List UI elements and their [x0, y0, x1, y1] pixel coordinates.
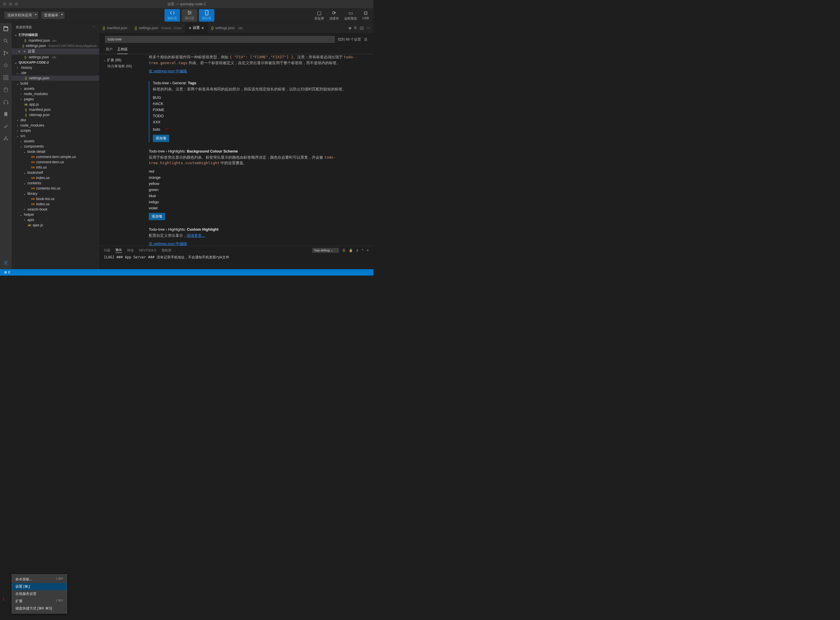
- tree-icon[interactable]: [2, 135, 9, 142]
- file-item[interactable]: JSajax.js: [12, 223, 99, 228]
- compile-mode-dropdown[interactable]: 普通编译: [41, 12, 65, 19]
- edit-in-json-link-2[interactable]: 在 settings.json 中编辑: [149, 241, 187, 246]
- file-item[interactable]: UXcomment-item.ux: [12, 160, 99, 165]
- output-channel-select[interactable]: hap-debug ⌄: [312, 248, 339, 253]
- editor-tab[interactable]: {}settings.json/Users/.../User: [131, 23, 185, 33]
- clear-output-icon[interactable]: ☰: [342, 248, 345, 252]
- maximize-panel-icon[interactable]: ^: [362, 248, 363, 252]
- tab-more-icon[interactable]: ⋯: [367, 26, 370, 30]
- folder-item[interactable]: ⌄book-detail: [12, 149, 99, 154]
- file-item[interactable]: UXindex.ux: [12, 175, 99, 181]
- file-item[interactable]: {}sitemap.json: [12, 112, 99, 117]
- tag-list-item[interactable]: FIXME: [153, 107, 367, 113]
- folder-item[interactable]: ⌄bookshelf: [12, 170, 99, 175]
- folder-item[interactable]: ⌄library: [12, 191, 99, 196]
- toc-todo-tree[interactable]: 待办事项树 (66): [103, 63, 145, 69]
- folder-item[interactable]: ⌄build: [12, 81, 99, 86]
- search-icon[interactable]: [2, 37, 9, 44]
- tag-list-item[interactable]: HACK: [153, 101, 367, 107]
- headset-icon[interactable]: [2, 99, 9, 105]
- file-item[interactable]: UXindex.ux: [12, 202, 99, 207]
- folder-item[interactable]: ›dist: [12, 117, 99, 123]
- tag-list-item[interactable]: XXX: [153, 119, 367, 125]
- folder-item[interactable]: ⌄.ide: [12, 70, 99, 75]
- folder-item[interactable]: ›node_modules: [12, 123, 99, 128]
- sidebar-more-icon[interactable]: ⋯: [92, 25, 95, 29]
- file-item[interactable]: UXcontents-list.ux: [12, 186, 99, 191]
- folder-item[interactable]: ›apis: [12, 217, 99, 223]
- folder-item[interactable]: ›assets: [12, 138, 99, 144]
- color-list-item[interactable]: orange: [149, 175, 367, 181]
- file-item[interactable]: {}settings.json: [12, 75, 99, 81]
- terminal-tab[interactable]: 问题: [104, 248, 110, 253]
- check-icon[interactable]: [2, 123, 9, 130]
- mode-simulator[interactable]: 模拟器: [199, 9, 214, 22]
- tag-list-item[interactable]: BUG: [153, 95, 367, 101]
- extensions-icon[interactable]: [2, 74, 9, 81]
- color-list-item[interactable]: green: [149, 187, 367, 193]
- file-item[interactable]: UXcomment-item-simple.ux: [12, 154, 99, 160]
- terminal-tab[interactable]: 预检测: [162, 248, 171, 253]
- usb-button[interactable]: ⊡USB: [362, 10, 369, 21]
- mode-editor[interactable]: 编辑器: [164, 9, 180, 22]
- bookmark-icon[interactable]: [2, 111, 9, 118]
- terminal-tab[interactable]: 输出: [116, 248, 122, 253]
- lock-scroll-icon[interactable]: 🔒: [349, 248, 353, 252]
- app-select-dropdown[interactable]: 选择关联快应用: [5, 12, 38, 19]
- explorer-icon[interactable]: [2, 25, 9, 32]
- close-panel-icon[interactable]: ×: [367, 248, 369, 252]
- project-section[interactable]: ⌄QUICKAPP-CODE-2: [12, 60, 99, 65]
- compass-icon[interactable]: ◈: [349, 26, 351, 30]
- scope-user-tab[interactable]: 用户: [105, 47, 113, 54]
- remote-preview-button[interactable]: ▭远程预览: [344, 10, 357, 21]
- terminal-tab[interactable]: DEVTOOLS: [139, 248, 157, 252]
- folder-item[interactable]: ›node_modules: [12, 91, 99, 96]
- editor-tab[interactable]: {}settings.json.ide: [208, 23, 247, 33]
- folder-item[interactable]: ⌄contents: [12, 181, 99, 186]
- settings-gear-icon[interactable]: [2, 259, 9, 266]
- close-icon[interactable]: ×: [202, 26, 204, 30]
- editor-tab[interactable]: ≡设置×: [185, 23, 208, 33]
- scope-workspace-tab[interactable]: 工作区: [117, 47, 128, 54]
- file-item[interactable]: {}manifest.json: [12, 107, 99, 112]
- edit-in-json-link[interactable]: 在 settings.json 中编辑: [149, 69, 187, 73]
- color-list-item[interactable]: yellow: [149, 181, 367, 187]
- filter-icon[interactable]: ☰: [364, 37, 367, 42]
- color-list-item[interactable]: blue: [149, 193, 367, 199]
- folder-item[interactable]: ›scripts: [12, 128, 99, 133]
- minimize-window[interactable]: [9, 2, 12, 6]
- add-color-button[interactable]: 添加项: [149, 213, 165, 220]
- split-editor-icon[interactable]: ▯▯: [360, 26, 364, 30]
- split-terminal-icon[interactable]: ▯: [357, 248, 358, 252]
- folder-item[interactable]: ›pages: [12, 96, 99, 102]
- status-errors[interactable]: ⊗0: [2, 270, 12, 274]
- debug-icon[interactable]: [2, 62, 9, 69]
- open-editors-section[interactable]: ⌄打开的编辑器: [12, 32, 99, 38]
- db-icon[interactable]: [2, 86, 9, 93]
- open-editor-item[interactable]: {}settings.json.ide: [12, 54, 99, 60]
- file-item[interactable]: UXbook-list.ux: [12, 196, 99, 202]
- open-editor-item[interactable]: {}manifest.jsonsrc: [12, 38, 99, 43]
- folder-item[interactable]: ›search-book: [12, 207, 99, 212]
- clear-cache-button[interactable]: ⟳清缓存: [329, 10, 339, 21]
- folder-item[interactable]: ⌄helper: [12, 212, 99, 217]
- add-tag-button[interactable]: 添加项: [153, 135, 169, 142]
- open-editor-item[interactable]: {}settings.json/Users/11087385/Library/A…: [12, 43, 99, 48]
- folder-item[interactable]: ›.history: [12, 65, 99, 70]
- settings-search-input[interactable]: [105, 36, 335, 43]
- source-control-icon[interactable]: [2, 50, 9, 57]
- color-list-item[interactable]: violet: [149, 205, 367, 211]
- close-icon[interactable]: ×: [18, 50, 20, 54]
- tag-list-item[interactable]: todo ←: [153, 125, 367, 133]
- tag-list-item[interactable]: TODO: [153, 113, 367, 119]
- color-list-item[interactable]: red: [149, 168, 367, 175]
- toc-extensions[interactable]: ⌄ 扩展 (66): [103, 57, 145, 63]
- color-list-item[interactable]: indigo: [149, 199, 367, 205]
- folder-item[interactable]: ›assets: [12, 86, 99, 91]
- folder-item[interactable]: ⌄components: [12, 144, 99, 149]
- terminal-tab[interactable]: 终端: [127, 248, 134, 253]
- file-item[interactable]: UXinfo.ux: [12, 165, 99, 170]
- open-editor-item[interactable]: ×≡设置: [12, 48, 99, 54]
- read-more-link[interactable]: 阅读更多...: [187, 233, 205, 238]
- folder-item[interactable]: ⌄src: [12, 133, 99, 138]
